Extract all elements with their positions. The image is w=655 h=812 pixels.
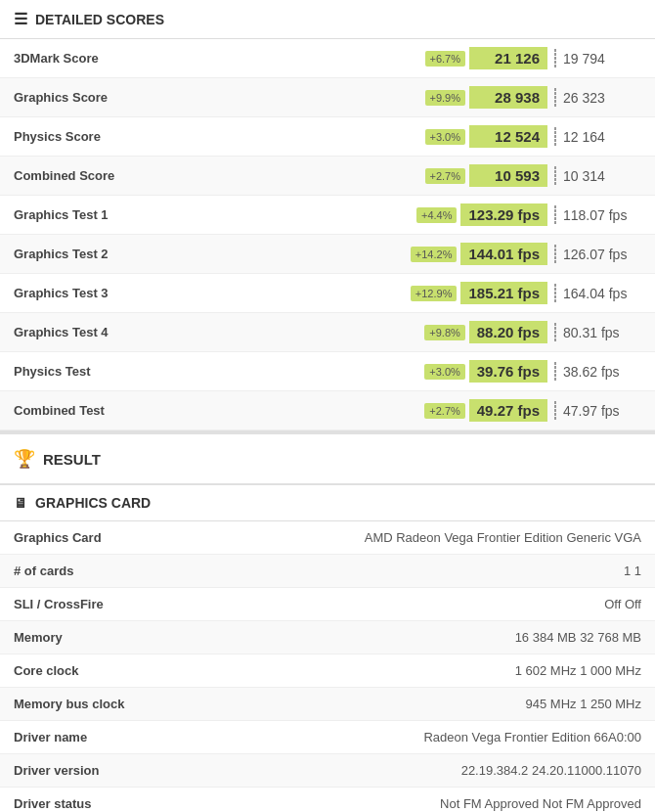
gc-values: Radeon Vega Frontier Edition 66A0:00 [156,721,655,754]
score-values-cell: +9.9% 28 938 26 323 [156,78,655,117]
table-row: Physics Test +3.0% 39.76 fps 38.62 fps [0,352,655,391]
score-divider [551,88,559,107]
percent-badge: +12.9% [411,286,458,301]
table-row: # of cards 1 1 [0,555,655,588]
percent-badge: +2.7% [424,403,465,419]
score-divider [551,362,559,381]
monitor-icon: 🖥 [14,495,27,511]
gc-label: Driver name [0,721,156,754]
score-label: Graphics Test 2 [0,235,156,274]
percent-badge: +14.2% [411,247,458,262]
score-values-cell: +6.7% 21 126 19 794 [156,39,655,78]
score-values-cell: +14.2% 144.01 fps 126.07 fps [156,235,655,274]
table-row: Graphics Test 2 +14.2% 144.01 fps 126.07… [0,235,655,274]
score-value-main: 12 524 [469,125,547,148]
score-value-compare: 47.97 fps [563,403,641,419]
gc-values: 1 1 [156,555,655,588]
table-row: Memory bus clock 945 MHz 1 250 MHz [0,688,655,721]
gc-values: AMD Radeon Vega Frontier Edition Generic… [156,521,655,555]
score-label: Physics Score [0,117,156,157]
graphics-card-header: 🖥 GRAPHICS CARD [0,483,655,521]
score-value-main: 21 126 [469,47,547,69]
score-divider [551,166,559,185]
score-value-main: 185.21 fps [460,282,547,304]
gc-values: 945 MHz 1 250 MHz [156,688,655,721]
score-values-cell: +2.7% 49.27 fps 47.97 fps [156,391,655,430]
score-value-main: 10 593 [469,164,547,187]
gc-label: SLI / CrossFire [0,588,156,621]
percent-badge: +4.4% [416,207,458,223]
score-value-compare: 80.31 fps [563,325,641,340]
table-row: Core clock 1 602 MHz 1 000 MHz [0,654,655,688]
score-value-compare: 10 314 [563,168,641,184]
score-value-main: 123.29 fps [460,203,547,226]
table-row: 3DMark Score +6.7% 21 126 19 794 [0,39,655,78]
score-value-main: 144.01 fps [460,243,547,265]
percent-badge: +3.0% [424,364,465,380]
score-divider [551,284,559,302]
score-value-compare: 38.62 fps [563,364,641,380]
table-row: SLI / CrossFire Off Off [0,588,655,621]
gc-label: Driver version [0,754,156,788]
score-label: Combined Test [0,391,156,430]
score-value-compare: 126.07 fps [563,247,641,262]
score-value-compare: 12 164 [563,129,641,145]
table-row: Memory 16 384 MB 32 768 MB [0,621,655,654]
score-values-cell: +12.9% 185.21 fps 164.04 fps [156,274,655,313]
gc-values: Not FM Approved Not FM Approved [156,788,655,813]
score-values-cell: +4.4% 123.29 fps 118.07 fps [156,196,655,235]
percent-badge: +9.8% [424,325,465,340]
gc-values: 16 384 MB 32 768 MB [156,621,655,654]
score-divider [551,245,559,263]
score-value-compare: 118.07 fps [563,207,641,223]
score-label: Graphics Score [0,78,156,117]
score-value-main: 49.27 fps [469,399,547,422]
result-section: 🏆 RESULT [0,430,655,483]
result-title: RESULT [43,451,101,468]
table-row: Graphics Score +9.9% 28 938 26 323 [0,78,655,117]
table-row: Graphics Test 1 +4.4% 123.29 fps 118.07 … [0,196,655,235]
score-value-main: 39.76 fps [469,360,547,383]
percent-badge: +2.7% [425,168,466,184]
gc-label: Graphics Card [0,521,156,555]
score-divider [551,49,559,68]
score-value-compare: 164.04 fps [563,286,641,301]
gc-label: Core clock [0,654,156,688]
score-divider [551,401,559,420]
table-row: Combined Test +2.7% 49.27 fps 47.97 fps [0,391,655,430]
table-row: Driver version 22.19.384.2 24.20.11000.1… [0,754,655,788]
score-label: 3DMark Score [0,39,156,78]
score-divider [551,127,559,146]
score-label: Graphics Test 3 [0,274,156,313]
gc-values: Off Off [156,588,655,621]
gc-label: Driver status [0,788,156,813]
score-values-cell: +3.0% 12 524 12 164 [156,117,655,157]
score-label: Graphics Test 4 [0,313,156,352]
percent-badge: +6.7% [425,51,466,67]
table-row: Driver name Radeon Vega Frontier Edition… [0,721,655,754]
gc-label: Memory [0,621,156,654]
score-value-main: 88.20 fps [469,321,547,343]
gc-values: 22.19.384.2 24.20.11000.11070 [156,754,655,788]
gc-label: Memory bus clock [0,688,156,721]
scores-table: 3DMark Score +6.7% 21 126 19 794 Graphic… [0,39,655,430]
score-values-cell: +3.0% 39.76 fps 38.62 fps [156,352,655,391]
table-row: Graphics Test 3 +12.9% 185.21 fps 164.04… [0,274,655,313]
table-row: Graphics Card AMD Radeon Vega Frontier E… [0,521,655,555]
gc-label: # of cards [0,555,156,588]
score-divider [551,205,559,224]
table-row: Graphics Test 4 +9.8% 88.20 fps 80.31 fp… [0,313,655,352]
percent-badge: +3.0% [425,129,466,145]
score-label: Combined Score [0,157,156,196]
percent-badge: +9.9% [425,90,466,106]
graphics-card-table: Graphics Card AMD Radeon Vega Frontier E… [0,521,655,812]
detailed-scores-title: DETAILED SCORES [35,12,164,27]
table-row: Combined Score +2.7% 10 593 10 314 [0,157,655,196]
score-value-compare: 19 794 [563,51,641,67]
gc-values: 1 602 MHz 1 000 MHz [156,654,655,688]
graphics-card-title: GRAPHICS CARD [35,495,151,511]
score-value-main: 28 938 [469,86,547,109]
table-row: Driver status Not FM Approved Not FM App… [0,788,655,813]
score-label: Physics Test [0,352,156,391]
menu-icon: ☰ [14,10,27,28]
